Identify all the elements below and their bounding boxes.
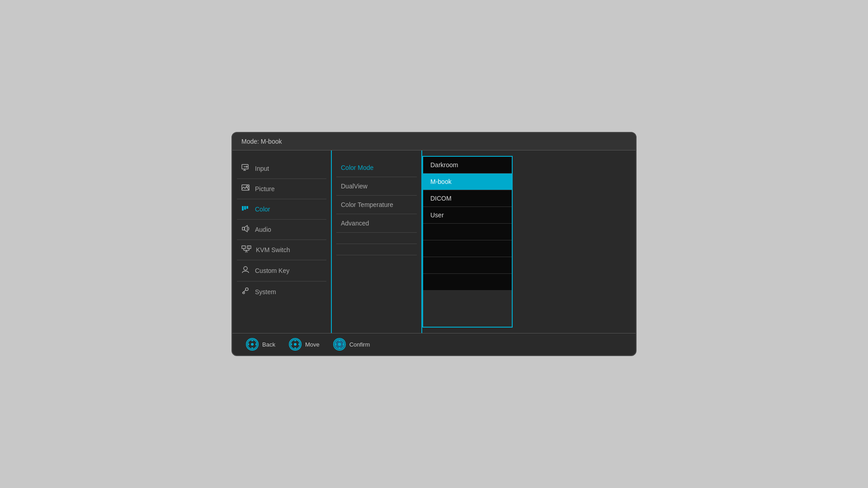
svg-point-30 <box>294 343 296 345</box>
svg-rect-7 <box>244 206 246 210</box>
move-icon <box>289 338 302 351</box>
svg-text:2: 2 <box>248 246 250 249</box>
spacer <box>513 150 636 333</box>
kvm-icon: 2 <box>241 245 251 254</box>
sub-item-empty2 <box>332 245 421 254</box>
nav-item-customkey[interactable]: Custom Key <box>232 261 331 280</box>
input-icon <box>241 164 250 173</box>
options-column: Darkroom M-book DICOM User <box>422 156 513 328</box>
back-label: Back <box>262 341 275 348</box>
option-dicom[interactable]: DICOM <box>423 190 512 207</box>
option-darkroom[interactable]: Darkroom <box>423 157 512 174</box>
svg-rect-6 <box>242 206 244 211</box>
svg-rect-11 <box>242 246 245 249</box>
nav-item-color-label: Color <box>255 206 270 213</box>
option-empty3 <box>423 257 512 274</box>
svg-rect-18 <box>245 251 247 253</box>
footer-confirm: Confirm <box>333 338 370 351</box>
nav-item-picture-label: Picture <box>255 185 275 192</box>
svg-marker-10 <box>245 225 247 232</box>
footer-move: Move <box>289 338 320 351</box>
sub-item-empty1 <box>332 234 421 243</box>
sub-item-colortemp[interactable]: Color Temperature <box>332 197 421 213</box>
svg-point-5 <box>246 186 248 188</box>
sub-item-advanced[interactable]: Advanced <box>332 215 421 231</box>
picture-icon <box>241 184 250 193</box>
svg-point-21 <box>245 288 248 291</box>
nav-item-customkey-label: Custom Key <box>255 267 289 274</box>
svg-rect-8 <box>246 206 248 209</box>
confirm-label: Confirm <box>349 341 370 348</box>
footer-back: Back <box>246 338 275 351</box>
audio-icon <box>241 225 250 234</box>
monitor-frame: Mode: M-book Input <box>231 132 637 356</box>
sub-item-dualview-label: DualView <box>341 183 368 190</box>
sub-item-colortemp-label: Color Temperature <box>341 201 393 208</box>
sub-item-colormode-label: Color Mode <box>341 164 373 171</box>
nav-item-kvm[interactable]: 2 KVM Switch <box>232 241 331 259</box>
option-user[interactable]: User <box>423 207 512 224</box>
sub-item-empty3 <box>332 256 421 265</box>
nav-item-kvm-label: KVM Switch <box>256 246 290 253</box>
option-user-label: User <box>430 211 444 219</box>
sub-column: Color Mode DualView Color Temperature Ad… <box>332 150 422 333</box>
svg-point-22 <box>243 292 245 294</box>
option-empty1 <box>423 224 512 240</box>
svg-point-24 <box>251 343 253 345</box>
option-empty4 <box>423 274 512 290</box>
sub-item-dualview[interactable]: DualView <box>332 178 421 194</box>
system-icon <box>241 287 250 297</box>
footer: Back Move <box>232 333 636 355</box>
option-mbook-label: M-book <box>430 178 452 185</box>
sub-item-advanced-label: Advanced <box>341 220 369 227</box>
nav-item-audio-label: Audio <box>255 226 271 233</box>
nav-item-system-label: System <box>255 288 276 296</box>
option-empty2 <box>423 240 512 257</box>
sub-item-colormode[interactable]: Color Mode <box>332 160 421 176</box>
title-bar: Mode: M-book <box>232 133 636 150</box>
nav-item-picture[interactable]: Picture <box>232 180 331 198</box>
customkey-icon <box>241 266 250 276</box>
option-darkroom-label: Darkroom <box>430 161 458 169</box>
nav-item-input-label: Input <box>255 165 269 172</box>
nav-item-system[interactable]: System <box>232 282 331 301</box>
option-dicom-label: DICOM <box>430 195 452 202</box>
svg-point-19 <box>244 267 247 270</box>
confirm-icon <box>333 338 346 351</box>
mode-title: Mode: M-book <box>241 138 282 145</box>
nav-item-input[interactable]: Input <box>232 160 331 178</box>
option-mbook[interactable]: M-book <box>423 174 512 190</box>
nav-column: Input Picture <box>232 150 332 333</box>
color-icon <box>241 205 250 214</box>
back-icon <box>246 338 259 351</box>
menu-area: Input Picture <box>232 150 636 333</box>
move-label: Move <box>305 341 320 348</box>
nav-item-color[interactable]: Color <box>232 200 331 218</box>
nav-item-audio[interactable]: Audio <box>232 221 331 239</box>
svg-point-36 <box>338 343 341 346</box>
